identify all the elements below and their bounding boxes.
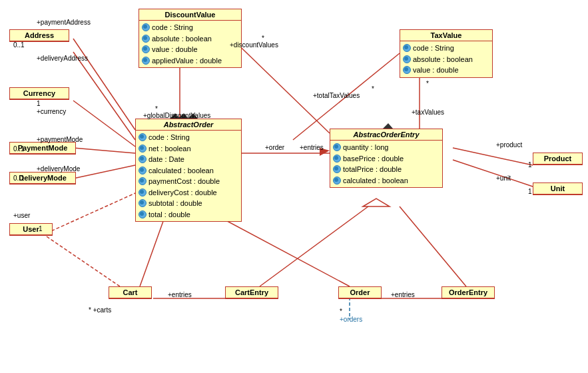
- connections-svg: [0, 0, 588, 373]
- label-deliveryaddress: +deliveryAddress: [37, 55, 88, 62]
- svg-line-12: [453, 160, 533, 186]
- attr-icon: [139, 210, 147, 218]
- attr-icon: [333, 165, 341, 173]
- label-order-rel: +order: [265, 144, 284, 151]
- label-paymentmode-rel: +paymentMode: [37, 136, 83, 143]
- svg-line-11: [453, 148, 533, 165]
- attr-icon: [139, 155, 147, 163]
- label-orderentries-rel: +entries: [391, 291, 415, 298]
- attr-icon: [403, 66, 411, 74]
- svg-line-4: [73, 165, 135, 179]
- label-cartentries-rel: +entries: [168, 291, 192, 298]
- label-taxvalues-mult: *: [426, 80, 429, 87]
- attr-aoe-totalprice: totalPrice : double: [333, 164, 440, 175]
- taxvalue-header: TaxValue: [400, 30, 492, 41]
- attr-icon: [403, 44, 411, 52]
- attr-ao-code: code : String: [139, 132, 238, 143]
- svg-line-5: [47, 193, 135, 233]
- attr-aoe-calculated: calculated : boolean: [333, 175, 440, 186]
- attr-tv-value: value : double: [403, 65, 489, 76]
- abstractorderentry-header: AbstracOrderEntry: [330, 129, 442, 141]
- attr-tv-absolute: absolute : boolean: [403, 54, 489, 65]
- attr-ao-total: total : double: [139, 209, 238, 220]
- attr-icon: [142, 57, 150, 65]
- attr-icon: [139, 145, 147, 153]
- order-class: Order: [338, 286, 382, 299]
- user-class: User: [9, 223, 53, 236]
- attr-icon: [139, 199, 147, 207]
- order-header: Order: [339, 287, 381, 298]
- label-paymentaddress: +paymentAddress: [37, 19, 91, 26]
- taxvalue-class: TaxValue code : String absolute : boolea…: [400, 29, 493, 78]
- attr-aoe-quantity: quantity : long: [333, 142, 440, 153]
- label-user-rel: +user: [13, 212, 30, 219]
- cartentry-header: CartEntry: [226, 287, 278, 298]
- address-class: Address: [9, 29, 69, 42]
- label-curr-mult: 1: [37, 100, 41, 107]
- label-carts-rel: * +carts: [89, 306, 111, 314]
- orderentry-header: OrderEntry: [442, 287, 494, 298]
- attr-ao-net: net : boolean: [139, 143, 238, 155]
- user-header: User: [10, 224, 52, 235]
- svg-line-15: [260, 206, 368, 286]
- label-deliverymode-rel: +deliveryMode: [37, 165, 80, 173]
- abstractorderentry-body: quantity : long basePrice : double total…: [330, 141, 442, 187]
- svg-line-3: [73, 148, 135, 153]
- label-currency-rel: +currency: [37, 108, 66, 115]
- label-unit-mult: 1: [528, 188, 532, 195]
- attr-ao-calculated: calculated : boolean: [139, 165, 238, 177]
- attr-dv-appliedvalue: appliedValue : double: [142, 55, 238, 67]
- attr-icon: [142, 45, 150, 53]
- svg-line-0: [73, 39, 135, 130]
- attr-icon: [333, 177, 341, 185]
- attr-icon: [139, 167, 147, 175]
- attr-icon: [139, 177, 147, 185]
- label-entries-rel: +entries: [300, 144, 324, 151]
- label-user-mult: 1: [39, 225, 43, 232]
- svg-line-16: [400, 206, 466, 286]
- unit-header: Unit: [533, 183, 582, 194]
- currency-class: Currency: [9, 87, 69, 100]
- uml-diagram: Address Currency PaymentMode DeliveryMod…: [0, 0, 588, 373]
- attr-ao-deliverycost: deliveryCost : double: [139, 187, 238, 198]
- svg-marker-24: [363, 198, 390, 206]
- label-orders-mult: *: [340, 308, 342, 315]
- cart-class: Cart: [109, 286, 152, 299]
- label-totaltax-rel: +totalTaxValues: [313, 92, 360, 99]
- cartentry-class: CartEntry: [225, 286, 278, 299]
- currency-header: Currency: [10, 88, 69, 99]
- label-addr-mult1: 0..1: [13, 41, 25, 49]
- label-unit-rel: +unit: [496, 175, 511, 182]
- attr-icon: [142, 35, 150, 43]
- product-class: Product: [533, 153, 583, 165]
- abstractorder-body: code : String net : boolean date : Date …: [136, 131, 241, 221]
- label-taxvalues-rel: +taxValues: [412, 109, 444, 116]
- discountvalue-header: DiscountValue: [139, 9, 241, 21]
- attr-dv-absolute: absolute : boolean: [142, 33, 238, 45]
- label-orders-rel: +orders: [340, 316, 362, 323]
- label-discountvalues-rel: +discountValues: [230, 41, 278, 49]
- attr-dv-value: value : double: [142, 44, 238, 55]
- attr-ao-date: date : Date: [139, 154, 238, 165]
- attr-icon: [333, 143, 341, 151]
- label-deliverymode-mult: 0..1: [13, 175, 25, 182]
- product-header: Product: [533, 153, 582, 165]
- abstractorderentry-class: AbstracOrderEntry quantity : long basePr…: [330, 129, 443, 188]
- address-header: Address: [10, 30, 69, 41]
- unit-class: Unit: [533, 183, 583, 195]
- attr-icon: [403, 55, 411, 63]
- attr-icon: [139, 188, 147, 196]
- label-paymentmode-mult: 0..1: [13, 145, 25, 153]
- attr-icon: [139, 133, 147, 141]
- label-product-rel: +product: [496, 141, 522, 149]
- attr-dv-code: code : String: [142, 22, 238, 33]
- abstractorder-class: AbstractOrder code : String net : boolea…: [135, 119, 242, 222]
- label-totaltax-mult: *: [372, 85, 374, 93]
- orderentry-class: OrderEntry: [441, 286, 495, 299]
- taxvalue-body: code : String absolute : boolean value :…: [400, 41, 492, 77]
- attr-tv-code: code : String: [403, 43, 489, 54]
- attr-icon: [333, 155, 341, 163]
- label-globaldiscount-rel: +globalDiscountValues: [143, 112, 210, 119]
- discountvalue-class: DiscountValue code : String absolute : b…: [139, 9, 242, 68]
- attr-aoe-baseprice: basePrice : double: [333, 153, 440, 165]
